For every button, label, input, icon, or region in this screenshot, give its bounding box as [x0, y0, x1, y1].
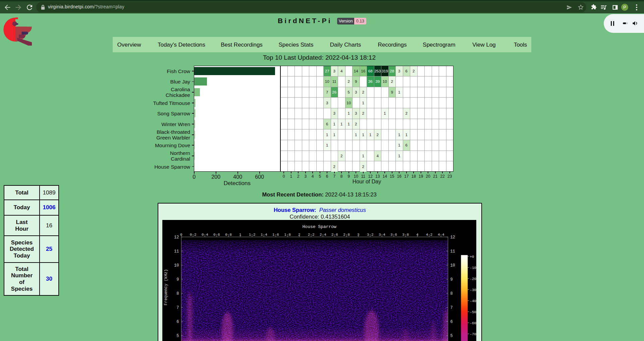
- svg-text:9: 9: [450, 277, 452, 282]
- svg-text:11: 11: [174, 249, 179, 254]
- svg-text:-40: -40: [470, 299, 476, 303]
- svg-text:5: 5: [176, 334, 179, 338]
- svg-text:-30: -30: [470, 288, 476, 292]
- svg-text:11: 11: [450, 249, 455, 254]
- svg-text:8: 8: [176, 291, 179, 296]
- svg-text:-20: -20: [470, 277, 476, 281]
- svg-text:-50: -50: [470, 310, 476, 314]
- svg-text:Frequency (kHz): Frequency (kHz): [164, 269, 168, 305]
- svg-text:House Sparrow: House Sparrow: [302, 224, 336, 229]
- svg-text:12: 12: [450, 235, 455, 240]
- svg-text:10: 10: [174, 263, 179, 268]
- svg-text:12: 12: [174, 235, 179, 240]
- svg-text:6: 6: [450, 320, 452, 324]
- svg-text:-60: -60: [470, 321, 476, 325]
- svg-text:8: 8: [450, 291, 452, 296]
- svg-text:7: 7: [176, 305, 179, 310]
- svg-text:5: 5: [450, 334, 452, 338]
- svg-text:+0: +0: [470, 255, 474, 259]
- svg-text:7: 7: [450, 305, 452, 310]
- svg-text:-70: -70: [470, 332, 476, 336]
- svg-text:9: 9: [176, 277, 179, 282]
- svg-text:10: 10: [450, 263, 455, 268]
- svg-text:6: 6: [176, 320, 179, 324]
- svg-text:-10: -10: [470, 266, 476, 270]
